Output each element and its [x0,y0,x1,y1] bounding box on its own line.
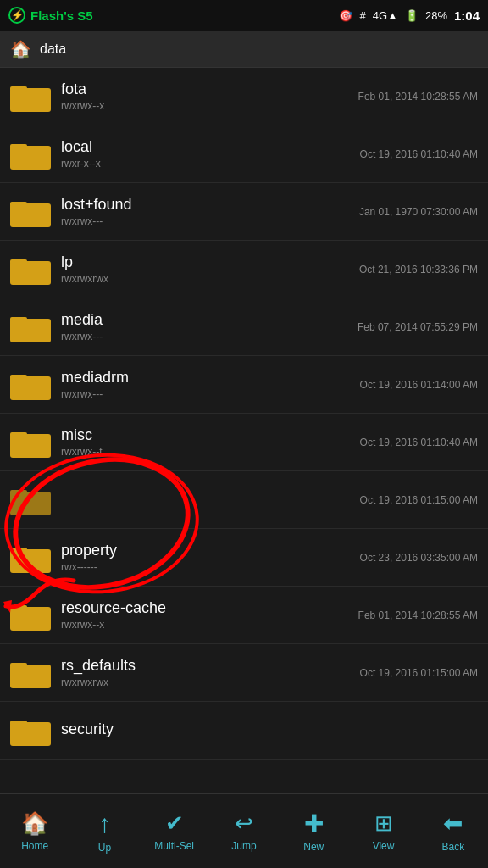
nav-home[interactable]: 🏠 Home [0,810,69,852]
svg-rect-14 [10,434,51,458]
svg-rect-12 [10,376,51,400]
file-info: local rwxr-x--x [61,138,360,170]
battery-icon: 🔋 [405,9,419,22]
list-item[interactable]: local rwxr-x--x Oct 19, 2016 01:10:40 AM [0,125,488,183]
svg-rect-16 [10,492,51,515]
folder-icon [10,310,51,344]
file-name: media [61,311,358,329]
list-item[interactable]: fota rwxrwx--x Feb 01, 2014 10:28:55 AM [0,68,488,125]
jump-nav-icon: ↩ [235,810,253,837]
folder-icon [10,368,51,402]
list-item[interactable]: misc rwxrwx--t Oct 19, 2016 01:10:40 AM [0,414,488,471]
new-nav-label: New [303,841,324,853]
svg-rect-13 [10,375,27,380]
multisel-nav-label: Multi-Sel [154,840,194,852]
svg-rect-3 [10,86,27,92]
svg-rect-18 [10,549,51,573]
file-info: lost+found rwxrwx--- [61,196,359,227]
jump-nav-label: Jump [231,840,256,852]
svg-rect-6 [10,203,51,227]
file-date: Oct 19, 2016 01:15:00 AM [360,494,478,506]
list-item[interactable]: lost+found rwxrwx--- Jan 01, 1970 07:30:… [0,183,488,241]
svg-rect-20 [10,607,51,631]
folder-icon [10,541,51,575]
bottom-nav: 🏠 Home ↑ Up ✔ Multi-Sel ↩ Jump ✚ New ⊞ V… [0,793,488,868]
file-name: resource-cache [61,599,358,617]
file-info: fota rwxrwx--x [61,81,358,112]
list-item[interactable]: rs_defaults rwxrwxrwx Oct 19, 2016 01:15… [0,644,488,702]
current-path: data [40,42,66,57]
file-name: lost+found [61,196,359,214]
file-name: misc [61,426,360,444]
svg-rect-7 [10,202,27,207]
file-date: Feb 01, 2014 10:28:55 AM [358,91,478,103]
nav-multisel[interactable]: ✔ Multi-Sel [140,810,209,852]
file-perms: rwxrwx--t [61,446,360,458]
svg-rect-11 [10,317,27,322]
file-date: Oct 23, 2016 03:35:00 AM [360,552,478,564]
file-perms: rwxrwx--x [61,100,358,112]
file-info: security [61,721,478,740]
svg-rect-4 [10,146,51,170]
battery-percent: 28% [425,9,447,22]
view-nav-icon: ⊞ [374,810,393,837]
status-bar: ⚡ Flash's S5 🎯 # 4G▲ 🔋 28% 1:04 [0,0,488,31]
new-nav-icon: ✚ [304,810,324,837]
folder-icon [10,656,51,690]
file-info: lp rwxrwxrwx [61,253,359,285]
back-nav-label: Back [441,841,464,853]
file-perms: rwxrwx--- [61,215,359,227]
svg-rect-17 [10,490,27,495]
list-item[interactable]: resource-cache rwxrwx--x Feb 01, 2014 10… [0,587,488,644]
network-icon: 4G▲ [373,9,398,22]
nav-jump[interactable]: ↩ Jump [209,810,279,852]
folder-icon [10,426,51,459]
target-icon: 🎯 [339,9,352,22]
file-name: mediadrm [61,369,360,387]
folder-icon [10,253,51,287]
nav-new[interactable]: ✚ New [279,810,348,853]
folder-icon [10,714,51,748]
list-item[interactable]: lp rwxrwxrwx Oct 21, 2016 10:33:36 PM [0,241,488,298]
file-perms: rwxrwx--x [61,619,358,631]
list-item[interactable]: security [0,702,488,760]
svg-rect-10 [10,319,51,342]
svg-rect-5 [10,144,27,149]
svg-rect-23 [10,663,27,668]
file-name: local [61,138,360,156]
svg-rect-24 [10,722,51,746]
folder-icon [10,483,51,517]
home-nav-label: Home [21,840,48,852]
file-name: lp [61,253,359,271]
file-date: Oct 19, 2016 01:10:40 AM [360,437,478,448]
nav-back[interactable]: ⬅ Back [419,810,488,853]
multisel-nav-icon: ✔ [165,810,184,837]
file-info [61,499,360,501]
file-list-container: fota rwxrwx--x Feb 01, 2014 10:28:55 AM … [0,68,488,760]
file-name: security [61,721,478,738]
file-name: property [61,542,360,559]
file-info: misc rwxrwx--t [61,426,360,458]
nav-view[interactable]: ⊞ View [348,810,418,852]
list-item[interactable]: property rwx------ Oct 23, 2016 03:35:00… [0,529,488,587]
folder-icon [10,137,51,171]
file-name: rs_defaults [61,657,360,675]
list-item[interactable]: media rwxrwx--- Feb 07, 2014 07:55:29 PM [0,298,488,356]
hash-icon: # [359,9,365,22]
nav-up[interactable]: ↑ Up [69,810,139,854]
svg-rect-19 [10,548,27,553]
list-item[interactable]: Oct 19, 2016 01:15:00 AM [0,471,488,529]
folder-icon [10,598,51,632]
svg-rect-25 [10,721,27,726]
file-perms: rwx------ [61,561,360,573]
file-date: Oct 21, 2016 10:33:36 PM [359,264,478,275]
status-indicators: 🎯 # 4G▲ 🔋 28% 1:04 [339,8,480,23]
svg-rect-2 [10,88,51,112]
file-name: fota [61,81,358,98]
file-perms: rwxrwxrwx [61,273,359,285]
file-perms: rwxr-x--x [61,158,360,170]
clock: 1:04 [454,8,480,23]
app-name: Flash's S5 [30,8,93,23]
file-info: property rwx------ [61,542,360,573]
list-item[interactable]: mediadrm rwxrwx--- Oct 19, 2016 01:14:00… [0,356,488,414]
